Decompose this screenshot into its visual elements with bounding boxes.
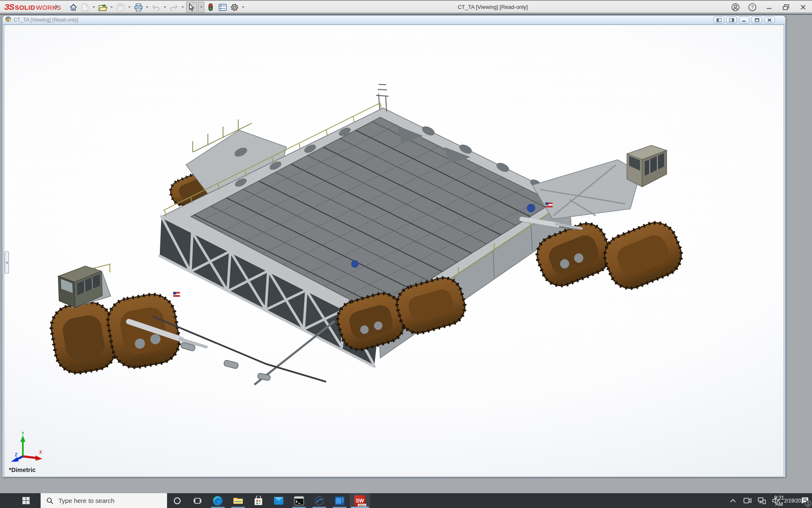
taskbar-media-app[interactable] bbox=[329, 493, 350, 508]
taskbar-command-prompt[interactable] bbox=[289, 493, 309, 508]
network-button[interactable] bbox=[754, 493, 769, 508]
taskbar-file-explorer[interactable] bbox=[228, 493, 248, 508]
task-view-button[interactable] bbox=[187, 493, 208, 508]
window-title: CT_TA [Viewing] [Read-only] bbox=[458, 4, 528, 10]
redo-dropdown[interactable] bbox=[180, 2, 185, 13]
minimize-button[interactable] bbox=[764, 2, 775, 13]
taskbar-mail[interactable] bbox=[269, 493, 289, 508]
right-corner-structure bbox=[527, 145, 667, 219]
main-toolbar bbox=[68, 1, 246, 14]
document-minimize-button[interactable] bbox=[739, 17, 749, 23]
options-list-button[interactable] bbox=[217, 2, 228, 13]
search-placeholder-text: Type here to search bbox=[58, 497, 115, 504]
document-restore-button[interactable] bbox=[752, 17, 762, 23]
svg-text:Y: Y bbox=[22, 432, 25, 436]
us-flag-decal-right bbox=[546, 202, 553, 207]
select-tool-button[interactable] bbox=[186, 2, 197, 13]
notification-badge: 1 bbox=[805, 500, 811, 507]
edrawings-hexagon-icon bbox=[314, 496, 324, 506]
new-document-dropdown[interactable] bbox=[91, 2, 96, 13]
taskbar-edge[interactable] bbox=[208, 493, 228, 508]
redo-button[interactable] bbox=[168, 2, 179, 13]
settings-dropdown[interactable] bbox=[241, 2, 246, 13]
clock-time: 9:21 AM bbox=[774, 495, 784, 508]
new-document-button[interactable] bbox=[80, 2, 91, 13]
action-center-button[interactable]: 1 bbox=[798, 493, 812, 508]
save-button[interactable] bbox=[115, 2, 126, 13]
featuremanager-collapsed-tab[interactable] bbox=[5, 251, 9, 273]
orientation-triad: Y X Z bbox=[10, 432, 44, 462]
search-icon bbox=[47, 497, 53, 504]
nasa-logo-decal bbox=[351, 260, 359, 268]
close-button[interactable] bbox=[798, 2, 809, 13]
svg-text:?: ? bbox=[751, 5, 754, 10]
deck bbox=[162, 84, 570, 327]
app-titlebar: ЗS SOLIDWORKS bbox=[0, 0, 812, 13]
pane-left-toggle-button[interactable] bbox=[713, 17, 724, 23]
solidworks-logo: ЗS SOLIDWORKS bbox=[4, 2, 61, 12]
settings-gear-button[interactable] bbox=[229, 2, 240, 13]
chevron-up-icon bbox=[730, 499, 736, 502]
file-explorer-icon bbox=[233, 496, 243, 506]
open-dropdown[interactable] bbox=[109, 2, 114, 13]
account-icon[interactable] bbox=[730, 2, 741, 13]
svg-text:Z: Z bbox=[15, 453, 17, 457]
help-icon[interactable]: ? bbox=[747, 2, 758, 13]
media-app-icon bbox=[335, 496, 345, 505]
deck-mast bbox=[376, 84, 389, 111]
pane-right-toggle-button[interactable] bbox=[726, 17, 737, 23]
edge-icon bbox=[213, 496, 223, 506]
document-close-button[interactable] bbox=[764, 17, 775, 23]
start-button[interactable] bbox=[0, 493, 41, 508]
taskbar-edrawings[interactable] bbox=[309, 493, 329, 508]
command-prompt-icon bbox=[294, 496, 304, 505]
taskbar: Type here to search bbox=[0, 493, 812, 508]
system-tray: 9:21 AM 2/19/2021 1 bbox=[726, 493, 812, 508]
home-button[interactable] bbox=[68, 2, 79, 13]
taskbar-solidworks[interactable]: SW 2021 bbox=[350, 493, 370, 508]
right-operator-cab bbox=[627, 145, 667, 187]
document-window: CT_TA [Viewing] [Read-only] bbox=[2, 15, 786, 478]
meet-now-camera-icon bbox=[743, 497, 752, 504]
save-dropdown[interactable] bbox=[127, 2, 132, 13]
windows-logo-icon bbox=[22, 497, 30, 504]
view-orientation-label: *Dimetric bbox=[9, 467, 36, 473]
left-operator-cab bbox=[58, 266, 102, 308]
open-button[interactable] bbox=[97, 2, 108, 13]
restore-button[interactable] bbox=[781, 2, 792, 13]
print-button[interactable] bbox=[133, 2, 144, 13]
cortana-icon bbox=[173, 497, 181, 505]
taskbar-clock[interactable]: 9:21 AM 2/19/2021 bbox=[783, 493, 798, 508]
cortana-button[interactable] bbox=[167, 493, 187, 508]
undo-button[interactable] bbox=[151, 2, 162, 13]
document-titlebar[interactable]: CT_TA [Viewing] [Read-only] bbox=[3, 16, 785, 25]
undo-dropdown[interactable] bbox=[162, 2, 167, 13]
nasa-logo-decal-right bbox=[527, 204, 535, 212]
meet-now-button[interactable] bbox=[740, 493, 754, 508]
taskbar-search-box[interactable]: Type here to search bbox=[41, 493, 167, 508]
solidworks-3ds-glyph: ЗS bbox=[4, 3, 14, 12]
svg-text:X: X bbox=[39, 450, 42, 455]
taskbar-microsoft-store[interactable] bbox=[248, 493, 269, 508]
microsoft-store-icon bbox=[254, 496, 263, 506]
assembly-document-icon bbox=[5, 16, 11, 24]
graphics-viewport[interactable]: Y X Z *Dimetric bbox=[4, 25, 784, 477]
solidworks-2021-icon: SW 2021 bbox=[354, 495, 365, 506]
brand-expand-arrow-icon[interactable] bbox=[55, 4, 58, 9]
mail-icon bbox=[274, 497, 284, 505]
print-dropdown[interactable] bbox=[145, 2, 150, 13]
hidden-icons-chevron[interactable] bbox=[726, 493, 740, 508]
task-view-icon bbox=[194, 497, 201, 505]
network-icon bbox=[758, 497, 766, 504]
select-tool-dropdown[interactable] bbox=[198, 2, 204, 13]
us-flag-decal-left bbox=[173, 292, 180, 297]
view-traffic-light-button[interactable] bbox=[205, 2, 216, 13]
document-title: CT_TA [Viewing] [Read-only] bbox=[14, 17, 78, 23]
crawler-transporter-model bbox=[4, 25, 784, 477]
